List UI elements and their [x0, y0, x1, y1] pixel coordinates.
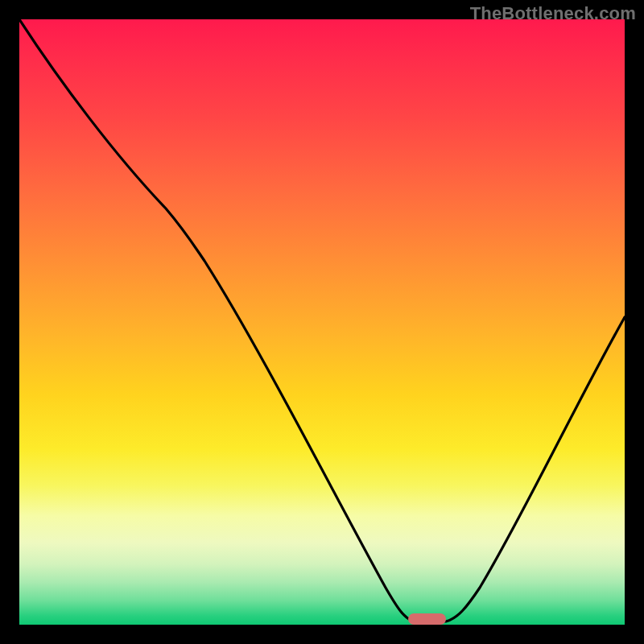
optimal-range-marker — [408, 613, 446, 625]
chart-frame: TheBottleneck.com — [0, 0, 644, 644]
bottleneck-curve — [19, 19, 625, 625]
plot-area — [19, 19, 625, 625]
